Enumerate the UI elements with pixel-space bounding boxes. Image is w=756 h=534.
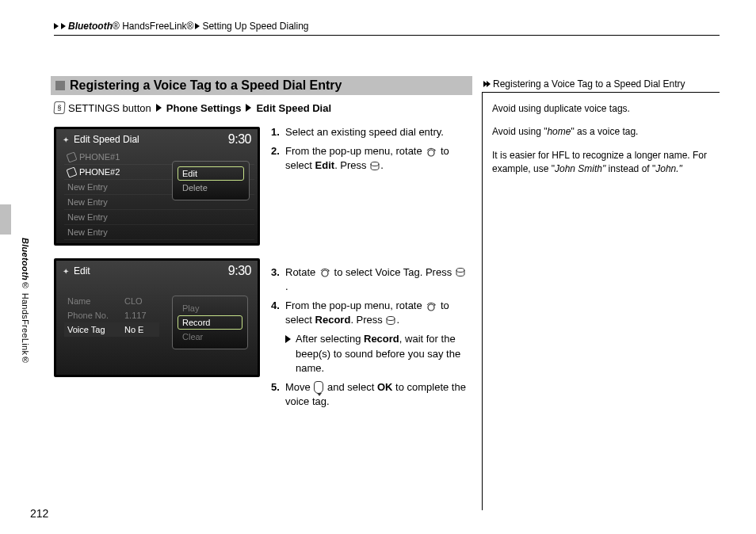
rotate-dial-icon bbox=[426, 301, 437, 312]
side-tab bbox=[0, 204, 11, 235]
t: Move bbox=[285, 381, 313, 393]
step-number: 2. bbox=[271, 144, 285, 173]
breadcrumb-item: Setting Up Speed Dialing bbox=[202, 21, 308, 32]
screenshot-title: Edit Speed Dial bbox=[69, 134, 228, 145]
list-label: New Entry bbox=[67, 180, 108, 194]
step-5: 5.Move and select OK to complete the voi… bbox=[271, 380, 468, 409]
t: Rotate bbox=[285, 266, 319, 278]
t: OK bbox=[377, 381, 393, 393]
step-text: Rotate to select Voice Tag. Press . bbox=[285, 265, 468, 294]
step-1: 1.Select an existing speed dial entry. bbox=[271, 125, 468, 139]
chevron-right-icon bbox=[54, 23, 59, 29]
chevron-right-icon bbox=[195, 23, 200, 29]
step-text: From the pop-up menu, rotate to select E… bbox=[285, 144, 468, 173]
t: John." bbox=[655, 163, 682, 174]
section-title-text: Registering a Voice Tag to a Speed Dial … bbox=[70, 78, 342, 93]
back-icon: ✦ bbox=[63, 135, 69, 144]
svg-point-4 bbox=[428, 304, 434, 311]
settings-button-icon: § bbox=[53, 101, 65, 114]
svg-point-5 bbox=[387, 316, 395, 320]
screenshot-edit: ✦ Edit 9:30 NameCLO Phone No.1.117 Voice… bbox=[54, 258, 260, 377]
screenshot-title: Edit bbox=[69, 265, 228, 277]
rotate-dial-icon bbox=[426, 147, 437, 158]
t: John Smith" bbox=[555, 163, 605, 174]
tips-column: Registering a Voice Tag to a Speed Dial … bbox=[482, 76, 720, 510]
t: home bbox=[547, 126, 571, 137]
press-dial-icon bbox=[370, 161, 380, 172]
page-number: 212 bbox=[30, 507, 48, 520]
svg-point-0 bbox=[428, 150, 434, 156]
registered-mark: ® bbox=[113, 21, 120, 32]
list-label: New Entry bbox=[67, 210, 108, 224]
breadcrumb: Bluetooth® HandsFreeLink® Setting Up Spe… bbox=[54, 21, 720, 36]
nav-path: § SETTINGS button Phone Settings Edit Sp… bbox=[54, 101, 331, 114]
row-label: Voice Tag bbox=[64, 322, 124, 337]
phone-icon bbox=[66, 151, 77, 162]
step-number: 3. bbox=[271, 265, 285, 294]
t: to select Voice Tag. Press bbox=[331, 266, 455, 278]
tip-text: Avoid using "home" as a voice tag. bbox=[492, 125, 715, 139]
row-value: 1.117 bbox=[124, 308, 159, 322]
tips-title: Registering a Voice Tag to a Speed Dial … bbox=[493, 78, 685, 90]
t: . Press bbox=[350, 314, 385, 326]
row-label: Name bbox=[64, 294, 124, 308]
breadcrumb-bluetooth: Bluetooth bbox=[68, 21, 113, 32]
step-4: 4.From the pop-up menu, rotate to select… bbox=[271, 299, 468, 327]
t: Edit bbox=[315, 159, 335, 171]
popup-item-edit: Edit bbox=[178, 166, 244, 181]
svg-point-1 bbox=[371, 162, 379, 166]
t: Record bbox=[315, 314, 351, 326]
instruction-steps: 1.Select an existing speed dial entry. 2… bbox=[271, 125, 468, 414]
step-number: 1. bbox=[271, 125, 285, 139]
step-4-sub: After selecting Record, wait for the bee… bbox=[285, 332, 468, 376]
back-icon: ✦ bbox=[63, 267, 69, 276]
nav-text-edit: Edit Speed Dial bbox=[256, 102, 331, 114]
breadcrumb-item: Bluetooth® HandsFreeLink® bbox=[68, 21, 193, 32]
tips-heading: Registering a Voice Tag to a Speed Dial … bbox=[482, 76, 720, 92]
step-text: From the pop-up menu, rotate to select R… bbox=[285, 299, 468, 327]
section-heading: Registering a Voice Tag to a Speed Dial … bbox=[51, 76, 472, 95]
step-text: After selecting Record, wait for the bee… bbox=[296, 332, 468, 376]
triangle-right-icon bbox=[156, 104, 162, 112]
t: From the pop-up menu, rotate bbox=[285, 145, 425, 157]
list-label: New Entry bbox=[67, 225, 108, 239]
tip-text: It is easier for HFL to recognize a long… bbox=[492, 149, 715, 177]
phone-icon bbox=[66, 166, 77, 177]
popup-item-record: Record bbox=[178, 315, 242, 330]
t: " as a voice tag. bbox=[571, 126, 638, 137]
list-label: PHONE#2 bbox=[79, 165, 120, 179]
row-value: CLO bbox=[124, 294, 159, 308]
t: Record bbox=[364, 333, 399, 345]
step-3: 3.Rotate to select Voice Tag. Press . bbox=[271, 265, 468, 294]
svg-point-3 bbox=[456, 269, 464, 273]
popup-menu: Edit Delete bbox=[172, 161, 250, 200]
t: From the pop-up menu, rotate bbox=[285, 299, 425, 311]
popup-item-delete: Delete bbox=[178, 181, 244, 195]
joystick-down-icon bbox=[314, 381, 323, 394]
registered-mark: ® bbox=[21, 280, 30, 290]
step-number: 5. bbox=[271, 380, 285, 409]
side-label: Bluetooth® HandsFreeLink® bbox=[21, 238, 30, 365]
screenshot-clock: 9:30 bbox=[228, 264, 251, 278]
t: and select bbox=[324, 381, 377, 393]
t: After selecting bbox=[296, 333, 364, 345]
screenshot-clock: 9:30 bbox=[228, 132, 251, 147]
list-label: New Entry bbox=[67, 195, 108, 209]
nav-text-settings: SETTINGS button bbox=[68, 102, 151, 114]
tip-text: Avoid using duplicate voice tags. bbox=[492, 102, 715, 116]
screenshot-titlebar: ✦ Edit Speed Dial 9:30 bbox=[56, 129, 258, 148]
list-item: New Entry bbox=[64, 210, 254, 225]
step-2: 2.From the pop-up menu, rotate to select… bbox=[271, 144, 468, 173]
triangle-right-icon bbox=[246, 104, 251, 112]
svg-point-2 bbox=[322, 270, 328, 277]
side-bluetooth: Bluetooth bbox=[21, 238, 30, 280]
double-chevron-icon bbox=[483, 81, 490, 87]
popup-item-play: Play bbox=[178, 301, 242, 315]
step-text: Select an existing speed dial entry. bbox=[285, 125, 444, 139]
popup-menu: Play Record Clear bbox=[172, 296, 248, 349]
list-item: New Entry bbox=[64, 225, 254, 240]
rotate-dial-icon bbox=[319, 267, 330, 278]
screenshot-titlebar: ✦ Edit 9:30 bbox=[56, 261, 258, 280]
row-value: No E bbox=[124, 322, 159, 337]
nav-text-phone: Phone Settings bbox=[166, 102, 242, 114]
